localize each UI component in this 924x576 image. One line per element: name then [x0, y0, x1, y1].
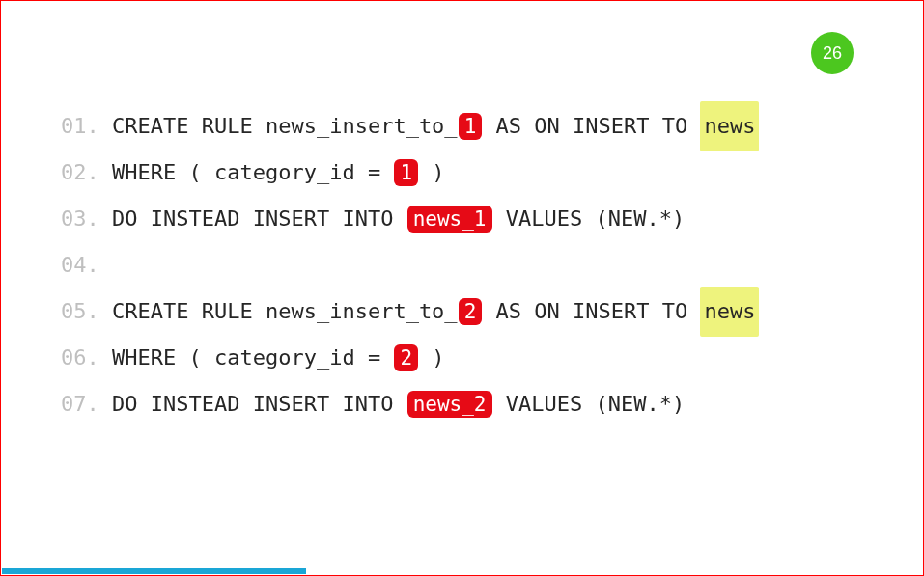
line-number: 05. [61, 288, 99, 335]
code-line: 05. CREATE RULE news_insert_to_2 AS ON I… [61, 288, 863, 335]
highlight-pill: 1 [394, 159, 418, 186]
slide-frame: 26 01. CREATE RULE news_insert_to_1 AS O… [0, 0, 924, 576]
code-text: VALUES (NEW.*) [493, 196, 686, 242]
code-text: DO INSTEAD INSERT INTO [99, 381, 406, 427]
line-number: 01. [61, 103, 99, 150]
code-text: WHERE ( category_id = [99, 150, 394, 196]
line-number: 04. [61, 242, 99, 288]
highlight-span: news [700, 287, 759, 337]
code-line: 02. WHERE ( category_id = 1 ) [61, 150, 863, 196]
code-text: AS ON INSERT TO [483, 103, 700, 150]
code-text: ) [419, 150, 445, 196]
code-line: 07. DO INSTEAD INSERT INTO news_2 VALUES… [61, 381, 863, 427]
code-block: 01. CREATE RULE news_insert_to_1 AS ON I… [61, 103, 863, 427]
page-number-badge: 26 [811, 32, 854, 74]
highlight-pill: 2 [459, 298, 483, 325]
code-line: 06. WHERE ( category_id = 2 ) [61, 335, 863, 381]
code-text: ) [419, 335, 445, 381]
highlight-pill: news_2 [407, 391, 492, 418]
code-text: CREATE RULE news_insert_to_ [99, 103, 458, 150]
highlight-pill: news_1 [407, 206, 492, 233]
code-text: AS ON INSERT TO [483, 288, 700, 335]
highlight-pill: 2 [394, 344, 418, 371]
code-line: 01. CREATE RULE news_insert_to_1 AS ON I… [61, 103, 863, 150]
code-text: WHERE ( category_id = [99, 335, 394, 381]
line-number: 03. [61, 196, 99, 242]
highlight-pill: 1 [459, 113, 483, 140]
code-text: CREATE RULE news_insert_to_ [99, 288, 458, 335]
line-number: 02. [61, 150, 99, 196]
progress-bar [2, 568, 306, 574]
code-line: 03. DO INSTEAD INSERT INTO news_1 VALUES… [61, 196, 863, 242]
line-number: 07. [61, 381, 99, 427]
code-text: DO INSTEAD INSERT INTO [99, 196, 406, 242]
highlight-span: news [700, 101, 759, 151]
code-text: VALUES (NEW.*) [493, 381, 686, 427]
line-number: 06. [61, 335, 99, 381]
page-number: 26 [823, 43, 842, 64]
code-line: 04. [61, 242, 863, 288]
